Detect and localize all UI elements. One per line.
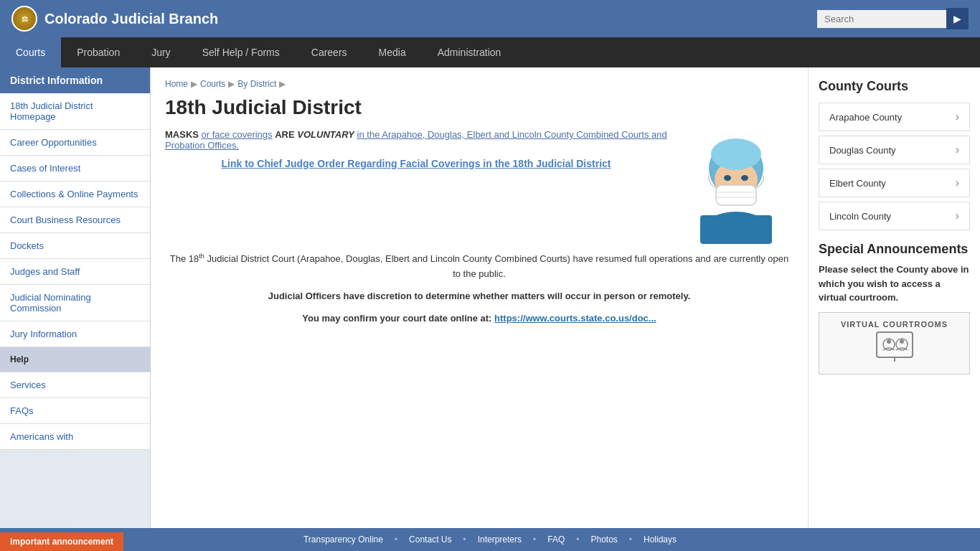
county-lincoln[interactable]: Lincoln County › (819, 202, 970, 230)
chevron-right-icon: › (956, 110, 959, 123)
county-courts-title: County Courts (819, 79, 970, 94)
breadcrumb-sep1: ▶ (191, 79, 197, 89)
mask-illustration (679, 129, 793, 244)
footer-sep2: • (463, 534, 466, 545)
sidebar-item-services[interactable]: Services (0, 372, 150, 398)
virtual-courtrooms-label: VIRTUAL COURTROOMS (826, 320, 962, 329)
main-content: Home ▶ Courts ▶ By District ▶ 18th Judic… (151, 67, 808, 528)
county-arapahoe-label: Arapahoe County (829, 112, 902, 123)
footer-holidays[interactable]: Holidays (644, 534, 677, 545)
chevron-right-icon: › (956, 176, 959, 189)
main-nav: Courts Probation Jury Self Help / Forms … (0, 37, 980, 67)
nav-item-courts[interactable]: Courts (0, 37, 61, 67)
footer-sep5: • (629, 534, 632, 545)
sidebar: District Information 18th Judicial Distr… (0, 67, 151, 528)
breadcrumb-sep3: ▶ (279, 79, 286, 89)
special-announcements-title: Special Announcements (819, 242, 970, 257)
sidebar-section-help: Help (0, 347, 150, 372)
site-title: Colorado Judicial Branch (44, 11, 218, 27)
footer-photos[interactable]: Photos (590, 534, 617, 545)
breadcrumb-home[interactable]: Home (165, 79, 188, 89)
county-douglas[interactable]: Douglas County › (819, 136, 970, 164)
county-douglas-label: Douglas County (829, 145, 896, 156)
sidebar-item-career[interactable]: Career Opportunities (0, 130, 150, 156)
sidebar-item-court-business[interactable]: Court Business Resources (0, 207, 150, 233)
svg-point-6 (724, 175, 731, 181)
search-area: ▶ (817, 8, 969, 29)
chevron-right-icon: › (956, 143, 959, 156)
nav-item-jury[interactable]: Jury (136, 37, 186, 67)
sidebar-item-judges[interactable]: Judges and Staff (0, 259, 150, 285)
footer-sep4: • (576, 534, 579, 545)
county-arapahoe[interactable]: Arapahoe County › (819, 103, 970, 131)
sidebar-item-cases[interactable]: Cases of Interest (0, 156, 150, 182)
main-layout: District Information 18th Judicial Distr… (0, 67, 980, 528)
nav-item-selfhelp[interactable]: Self Help / Forms (187, 37, 296, 67)
face-coverings-link[interactable]: or face coverings (202, 129, 273, 140)
footer-transparency[interactable]: Transparency Online (303, 534, 383, 545)
special-announcements-text: Please select the County above in which … (819, 263, 970, 305)
court-date-link[interactable]: https://www.courts.state.co.us/doc... (494, 313, 656, 324)
svg-point-14 (900, 339, 904, 344)
sidebar-item-collections[interactable]: Collections & Online Payments (0, 182, 150, 207)
breadcrumb-by-district[interactable]: By District (237, 79, 276, 89)
nav-item-media[interactable]: Media (363, 37, 422, 67)
para1: The 18th Judicial District Court (Arapah… (165, 251, 793, 282)
logo-text: ⚖ (22, 15, 28, 23)
sidebar-title: District Information (0, 67, 150, 93)
logo-icon: ⚖ (11, 6, 37, 32)
footer-contact[interactable]: Contact Us (409, 534, 451, 545)
county-elbert[interactable]: Elbert County › (819, 169, 970, 197)
header: ⚖ Colorado Judicial Branch ▶ (0, 0, 980, 37)
nav-item-careers[interactable]: Careers (296, 37, 363, 67)
logo-area: ⚖ Colorado Judicial Branch (11, 6, 218, 32)
footer-sep3: • (533, 534, 536, 545)
page-title: 18th Judicial District (165, 96, 793, 119)
sidebar-item-homepage[interactable]: 18th Judicial District Homepage (0, 93, 150, 130)
para3: You may confirm your court date online a… (165, 311, 793, 326)
svg-point-12 (887, 339, 891, 344)
svg-rect-3 (716, 185, 756, 205)
footer: Transparency Online • Contact Us • Inter… (0, 528, 980, 551)
breadcrumb: Home ▶ Courts ▶ By District ▶ (165, 79, 793, 89)
sidebar-item-judicial-nominating[interactable]: Judicial Nominating Commission (0, 285, 150, 321)
right-panel: County Courts Arapahoe County › Douglas … (808, 67, 980, 528)
virtual-courtrooms-box: VIRTUAL COURTROOMS (819, 312, 970, 375)
breadcrumb-courts[interactable]: Courts (200, 79, 225, 89)
para2: Judicial Officers have discretion to det… (165, 289, 793, 304)
svg-point-7 (741, 175, 748, 181)
virtual-courtrooms-icon (873, 329, 916, 364)
footer-sep1: • (395, 534, 397, 545)
chevron-right-icon: › (956, 209, 959, 222)
breadcrumb-sep2: ▶ (228, 79, 235, 89)
nav-item-administration[interactable]: Administration (422, 37, 517, 67)
sidebar-item-jury[interactable]: Jury Information (0, 321, 150, 347)
nav-item-probation[interactable]: Probation (61, 37, 136, 67)
search-button[interactable]: ▶ (946, 8, 969, 29)
sidebar-item-americans[interactable]: Americans with (0, 424, 150, 450)
svg-point-2 (711, 138, 761, 170)
sidebar-item-dockets[interactable]: Dockets (0, 233, 150, 259)
county-lincoln-label: Lincoln County (829, 211, 891, 222)
sidebar-item-faqs[interactable]: FAQs (0, 398, 150, 424)
footer-faq[interactable]: FAQ (547, 534, 565, 545)
county-elbert-label: Elbert County (829, 178, 886, 189)
svg-rect-9 (700, 215, 772, 244)
footer-interpreters[interactable]: Interpreters (478, 534, 522, 545)
announcement-label: important announcement (10, 537, 113, 547)
announcement-bar[interactable]: important announcement (0, 532, 123, 551)
search-input[interactable] (817, 10, 946, 28)
